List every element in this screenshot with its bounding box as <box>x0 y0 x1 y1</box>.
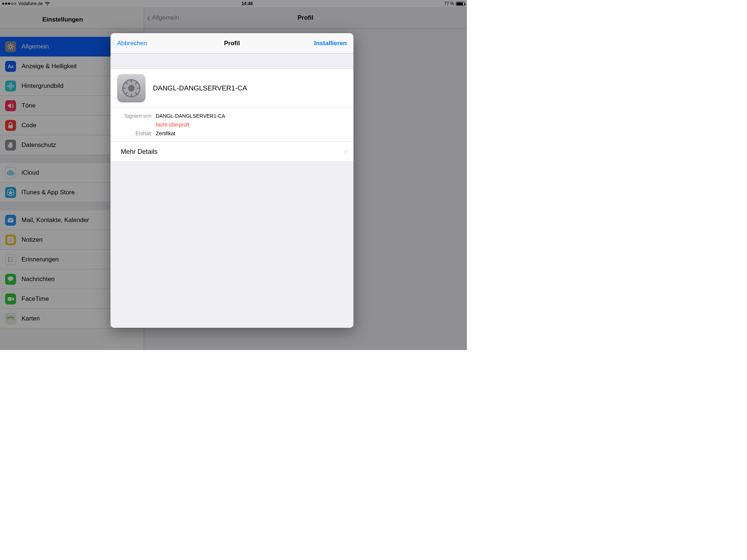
profile-gear-icon <box>117 74 146 102</box>
profile-info-block: Signiert von DANGL-DANGLSERVER1-CA Nicht… <box>111 108 353 142</box>
cancel-button[interactable]: Abbrechen <box>117 40 147 47</box>
verification-status: Nicht überprüft <box>156 120 189 129</box>
profile-header-row: DANGL-DANGLSERVER1-CA <box>111 69 353 108</box>
contains-label: Enthält <box>111 129 151 138</box>
chevron-right-icon: › <box>344 147 347 156</box>
contains-value: Zertifikat <box>156 129 175 138</box>
svg-point-31 <box>128 85 135 92</box>
install-profile-modal: Abbrechen Profil Installieren <box>111 33 353 328</box>
signed-by-value: DANGL-DANGLSERVER1-CA <box>156 112 225 120</box>
install-button[interactable]: Installieren <box>314 40 347 47</box>
profile-name: DANGL-DANGLSERVER1-CA <box>153 84 247 92</box>
more-details-label: Mehr Details <box>121 148 158 156</box>
more-details-row[interactable]: Mehr Details › <box>111 142 353 162</box>
signed-by-label: Signiert von <box>111 112 151 120</box>
